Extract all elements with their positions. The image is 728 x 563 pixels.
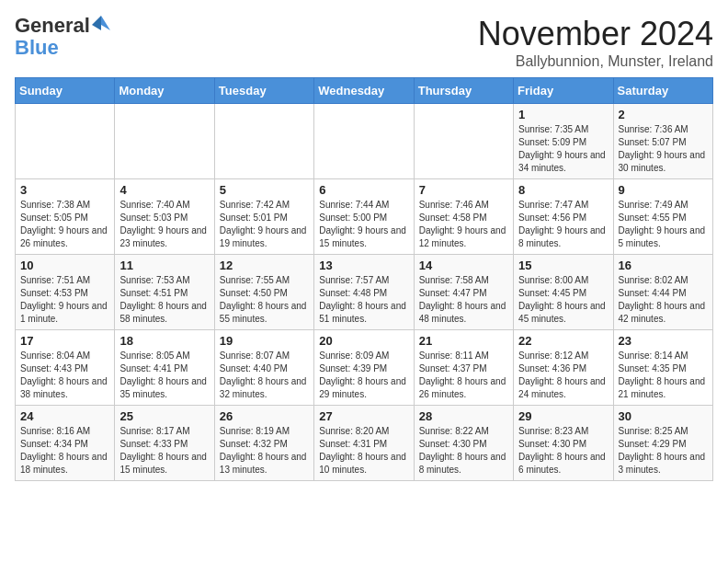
day-info: Sunrise: 7:42 AM Sunset: 5:01 PM Dayligh… (220, 200, 307, 248)
day-info: Sunrise: 7:57 AM Sunset: 4:48 PM Dayligh… (319, 275, 406, 324)
day-cell: 4Sunrise: 7:40 AM Sunset: 5:03 PM Daylig… (115, 179, 214, 255)
day-number: 8 (518, 183, 608, 197)
day-cell: 24Sunrise: 8:16 AM Sunset: 4:34 PM Dayli… (16, 406, 115, 481)
col-header-thursday: Thursday (414, 78, 513, 104)
day-cell: 10Sunrise: 7:51 AM Sunset: 4:53 PM Dayli… (16, 255, 115, 330)
day-cell: 17Sunrise: 8:04 AM Sunset: 4:43 PM Dayli… (16, 330, 115, 406)
day-number: 18 (119, 334, 209, 348)
day-number: 7 (419, 183, 508, 197)
day-cell: 23Sunrise: 8:14 AM Sunset: 4:35 PM Dayli… (613, 330, 712, 406)
day-number: 12 (220, 259, 309, 272)
day-number: 19 (220, 334, 309, 348)
day-info: Sunrise: 8:05 AM Sunset: 4:41 PM Dayligh… (119, 350, 207, 399)
day-info: Sunrise: 7:49 AM Sunset: 4:55 PM Dayligh… (619, 200, 706, 248)
day-number: 4 (119, 183, 209, 197)
day-number: 27 (319, 409, 408, 423)
col-header-saturday: Saturday (613, 78, 712, 104)
day-cell: 27Sunrise: 8:20 AM Sunset: 4:31 PM Dayli… (314, 406, 414, 481)
day-cell: 13Sunrise: 7:57 AM Sunset: 4:48 PM Dayli… (314, 255, 414, 330)
col-header-tuesday: Tuesday (214, 78, 313, 104)
day-info: Sunrise: 8:19 AM Sunset: 4:32 PM Dayligh… (220, 426, 307, 475)
day-cell: 7Sunrise: 7:46 AM Sunset: 4:58 PM Daylig… (414, 179, 513, 255)
day-info: Sunrise: 7:36 AM Sunset: 5:07 PM Dayligh… (619, 124, 706, 173)
day-number: 17 (20, 334, 109, 348)
location: Ballybunnion, Munster, Ireland (478, 53, 713, 70)
logo-bird-icon (92, 16, 110, 36)
week-row-5: 24Sunrise: 8:16 AM Sunset: 4:34 PM Dayli… (16, 406, 713, 481)
week-row-3: 10Sunrise: 7:51 AM Sunset: 4:53 PM Dayli… (16, 255, 713, 330)
day-cell (115, 104, 214, 179)
day-cell: 6Sunrise: 7:44 AM Sunset: 5:00 PM Daylig… (314, 179, 414, 255)
day-info: Sunrise: 7:58 AM Sunset: 4:47 PM Dayligh… (419, 275, 506, 324)
day-info: Sunrise: 8:11 AM Sunset: 4:37 PM Dayligh… (419, 350, 506, 399)
day-number: 15 (518, 259, 608, 272)
page-header: General Blue November 2024 Ballybunnion,… (15, 15, 713, 70)
day-number: 30 (619, 409, 708, 423)
day-number: 11 (119, 259, 209, 272)
day-cell: 3Sunrise: 7:38 AM Sunset: 5:05 PM Daylig… (16, 179, 115, 255)
day-cell: 22Sunrise: 8:12 AM Sunset: 4:36 PM Dayli… (514, 330, 613, 406)
logo: General Blue (15, 15, 110, 59)
svg-marker-0 (101, 16, 110, 30)
day-info: Sunrise: 7:46 AM Sunset: 4:58 PM Dayligh… (419, 200, 506, 248)
day-cell: 18Sunrise: 8:05 AM Sunset: 4:41 PM Dayli… (115, 330, 214, 406)
day-cell: 21Sunrise: 8:11 AM Sunset: 4:37 PM Dayli… (414, 330, 513, 406)
day-number: 20 (319, 334, 408, 348)
day-cell: 16Sunrise: 8:02 AM Sunset: 4:44 PM Dayli… (613, 255, 712, 330)
day-info: Sunrise: 7:40 AM Sunset: 5:03 PM Dayligh… (119, 200, 207, 248)
day-cell: 11Sunrise: 7:53 AM Sunset: 4:51 PM Dayli… (115, 255, 214, 330)
day-info: Sunrise: 7:38 AM Sunset: 5:05 PM Dayligh… (20, 200, 108, 248)
day-cell: 20Sunrise: 8:09 AM Sunset: 4:39 PM Dayli… (314, 330, 414, 406)
day-info: Sunrise: 7:53 AM Sunset: 4:51 PM Dayligh… (119, 275, 207, 324)
week-row-4: 17Sunrise: 8:04 AM Sunset: 4:43 PM Dayli… (16, 330, 713, 406)
day-info: Sunrise: 7:51 AM Sunset: 4:53 PM Dayligh… (20, 275, 108, 324)
day-info: Sunrise: 7:47 AM Sunset: 4:56 PM Dayligh… (518, 200, 606, 248)
month-title: November 2024 (478, 15, 713, 53)
day-number: 21 (419, 334, 508, 348)
day-cell: 12Sunrise: 7:55 AM Sunset: 4:50 PM Dayli… (214, 255, 313, 330)
day-number: 28 (419, 409, 508, 423)
calendar-table: SundayMondayTuesdayWednesdayThursdayFrid… (15, 77, 713, 481)
day-cell: 29Sunrise: 8:23 AM Sunset: 4:30 PM Dayli… (514, 406, 613, 481)
day-info: Sunrise: 7:35 AM Sunset: 5:09 PM Dayligh… (518, 124, 606, 173)
day-number: 23 (619, 334, 708, 348)
col-header-friday: Friday (514, 78, 613, 104)
day-number: 9 (619, 183, 708, 197)
day-number: 24 (20, 409, 109, 423)
col-header-wednesday: Wednesday (314, 78, 414, 104)
day-number: 26 (220, 409, 309, 423)
logo-general: General (15, 15, 90, 37)
day-info: Sunrise: 8:22 AM Sunset: 4:30 PM Dayligh… (419, 426, 506, 475)
day-cell (214, 104, 313, 179)
day-number: 3 (20, 183, 109, 197)
day-cell: 28Sunrise: 8:22 AM Sunset: 4:30 PM Dayli… (414, 406, 513, 481)
day-cell: 9Sunrise: 7:49 AM Sunset: 4:55 PM Daylig… (613, 179, 712, 255)
day-number: 2 (619, 108, 708, 121)
day-number: 16 (619, 259, 708, 272)
day-cell: 30Sunrise: 8:25 AM Sunset: 4:29 PM Dayli… (613, 406, 712, 481)
day-cell: 26Sunrise: 8:19 AM Sunset: 4:32 PM Dayli… (214, 406, 313, 481)
day-cell (414, 104, 513, 179)
day-info: Sunrise: 8:12 AM Sunset: 4:36 PM Dayligh… (518, 350, 606, 399)
day-number: 5 (220, 183, 309, 197)
day-info: Sunrise: 8:02 AM Sunset: 4:44 PM Dayligh… (619, 275, 706, 324)
day-info: Sunrise: 8:04 AM Sunset: 4:43 PM Dayligh… (20, 350, 108, 399)
col-header-monday: Monday (115, 78, 214, 104)
day-info: Sunrise: 8:23 AM Sunset: 4:30 PM Dayligh… (518, 426, 606, 475)
day-info: Sunrise: 8:09 AM Sunset: 4:39 PM Dayligh… (319, 350, 406, 399)
day-info: Sunrise: 7:44 AM Sunset: 5:00 PM Dayligh… (319, 200, 406, 248)
day-cell: 14Sunrise: 7:58 AM Sunset: 4:47 PM Dayli… (414, 255, 513, 330)
day-cell: 19Sunrise: 8:07 AM Sunset: 4:40 PM Dayli… (214, 330, 313, 406)
logo-blue: Blue (15, 37, 110, 59)
day-number: 14 (419, 259, 508, 272)
day-info: Sunrise: 8:25 AM Sunset: 4:29 PM Dayligh… (619, 426, 706, 475)
day-cell (314, 104, 414, 179)
day-cell (16, 104, 115, 179)
title-block: November 2024 Ballybunnion, Munster, Ire… (478, 15, 713, 70)
day-number: 25 (119, 409, 209, 423)
day-cell: 2Sunrise: 7:36 AM Sunset: 5:07 PM Daylig… (613, 104, 712, 179)
day-cell: 25Sunrise: 8:17 AM Sunset: 4:33 PM Dayli… (115, 406, 214, 481)
week-row-2: 3Sunrise: 7:38 AM Sunset: 5:05 PM Daylig… (16, 179, 713, 255)
day-info: Sunrise: 8:17 AM Sunset: 4:33 PM Dayligh… (119, 426, 207, 475)
day-number: 22 (518, 334, 608, 348)
